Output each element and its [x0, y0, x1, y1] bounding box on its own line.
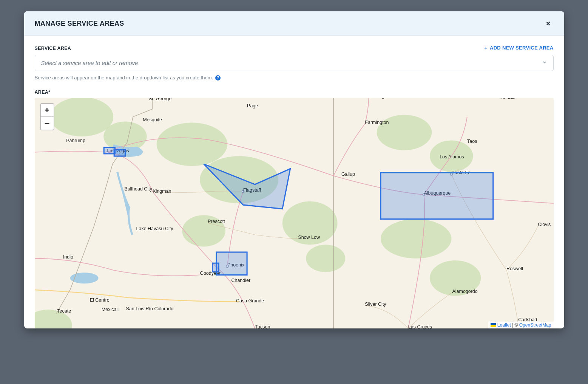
city-label-trinidad: Trinidad	[498, 98, 515, 100]
modal-header: MANAGE SERVICE AREAS ×	[24, 11, 564, 36]
plus-icon: +	[484, 45, 488, 51]
add-new-service-area-link[interactable]: + ADD NEW SERVICE AREA	[484, 45, 554, 51]
attribution-separator: | ©	[511, 322, 519, 328]
map-attribution: Leaflet | © OpenStreetMap	[488, 322, 554, 328]
svg-point-7	[306, 245, 345, 272]
chevron-down-icon	[542, 60, 547, 66]
service-area-albuquerque-area[interactable]	[381, 173, 493, 219]
city-label-el-centro: El Centro	[90, 297, 109, 303]
city-label-mexicali: Mexicali	[101, 307, 118, 312]
city-label-tucson: Tucson	[255, 324, 270, 328]
svg-point-10	[381, 219, 451, 259]
svg-point-3	[156, 123, 227, 166]
city-label-prescott: Prescott	[208, 219, 225, 224]
area-label: AREA*	[35, 90, 554, 95]
zoom-out-button[interactable]: −	[41, 117, 54, 130]
city-label-taos: Taos	[467, 139, 477, 144]
osm-link[interactable]: OpenStreetMap	[519, 322, 551, 328]
city-label-clovis: Clovis	[538, 222, 551, 227]
city-label-st.-george: St. George	[148, 98, 171, 101]
city-label-farmington: Farmington	[365, 120, 389, 125]
city-label-chandler: Chandler	[231, 278, 250, 283]
manage-service-areas-modal: MANAGE SERVICE AREAS × SERVICE AREA + AD…	[24, 11, 564, 328]
service-area-phoenix-area[interactable]	[216, 252, 247, 275]
city-label-indio: Indio	[63, 254, 73, 260]
city-label-gallup: Gallup	[341, 172, 355, 177]
city-label-los-alamos: Los Alamos	[440, 154, 464, 159]
city-label-lake-havasu-city: Lake Havasu City	[136, 226, 173, 231]
city-label-casa-grande: Casa Grande	[236, 298, 264, 303]
add-new-service-area-text: ADD NEW SERVICE AREA	[490, 45, 554, 51]
zoom-controls: + −	[40, 103, 54, 130]
zoom-in-button[interactable]: +	[41, 104, 54, 117]
minus-icon: −	[44, 119, 49, 128]
city-label-pahrump: Pahrump	[66, 138, 85, 143]
city-label-silver-city: Silver City	[365, 302, 386, 307]
service-area-label: SERVICE AREA	[35, 46, 71, 51]
city-label-san-luis-río-colorado: San Luis Río Colorado	[126, 306, 173, 311]
city-label-las-cruces: Las Cruces	[408, 324, 432, 328]
city-label-kingman: Kingman	[153, 189, 171, 194]
service-area-header: SERVICE AREA + ADD NEW SERVICE AREA	[35, 45, 554, 51]
city-label-bullhead-city: Bullhead City	[124, 186, 152, 192]
service-area-select[interactable]: Select a service area to edit or remove	[35, 55, 554, 71]
hint-text: Service areas will appear on the map and…	[35, 75, 213, 81]
service-area-phoenix-area-2[interactable]	[212, 263, 219, 272]
modal-title: MANAGE SERVICE AREAS	[35, 20, 124, 28]
city-label-alamogordo: Alamogordo	[452, 289, 477, 294]
service-area-hint: Service areas will appear on the map and…	[35, 75, 554, 81]
leaflet-link[interactable]: Leaflet	[497, 322, 511, 328]
service-area-las-vegas-area[interactable]	[104, 147, 115, 154]
city-label-page: Page	[247, 103, 258, 108]
service-area-las-vegas-area-2[interactable]	[114, 150, 125, 156]
plus-icon: +	[45, 106, 49, 115]
close-button[interactable]: ×	[543, 18, 554, 29]
info-icon[interactable]: ?	[215, 75, 221, 81]
modal-body: SERVICE AREA + ADD NEW SERVICE AREA Sele…	[24, 36, 564, 328]
city-label-tecate: Tecate	[57, 308, 71, 314]
flag-icon	[491, 323, 496, 327]
close-icon: ×	[546, 19, 551, 28]
svg-point-1	[50, 98, 113, 136]
service-area-placeholder: Select a service area to edit or remove	[41, 60, 138, 66]
city-label-mesquite: Mesquite	[143, 117, 162, 122]
map[interactable]: St. GeorgePahrumpLas VegasMesquitePageBu…	[35, 98, 554, 328]
city-label-roswell: Roswell	[506, 266, 523, 271]
city-label-durango: Durango	[369, 98, 387, 99]
map-svg: St. GeorgePahrumpLas VegasMesquitePageBu…	[35, 98, 554, 328]
city-label-show-low: Show Low	[298, 235, 320, 240]
